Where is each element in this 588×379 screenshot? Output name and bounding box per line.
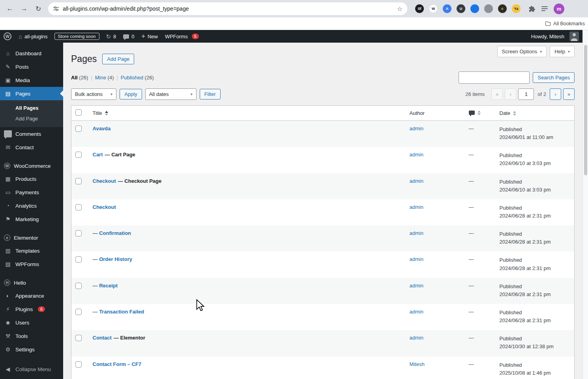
apply-button[interactable]: Apply [120, 89, 142, 99]
sidebar-item-plugins[interactable]: ⚡Plugins6 [0, 302, 63, 316]
search-input[interactable] [459, 71, 530, 84]
browser-extension-icon[interactable]: Sf [415, 4, 424, 13]
row-checkbox[interactable] [75, 256, 82, 263]
filter-mine[interactable]: Mine (4) [95, 75, 114, 81]
page-title-link[interactable]: Contact [93, 335, 112, 341]
row-checkbox[interactable] [75, 283, 82, 289]
sidebar-item-marketing[interactable]: ⚑Marketing [0, 212, 63, 226]
sidebar-item-woocommerce[interactable]: WWooCommerce [0, 159, 63, 172]
row-checkbox[interactable] [75, 335, 82, 341]
filter-button[interactable]: Filter [200, 89, 221, 99]
author-link[interactable]: admin [410, 283, 423, 289]
filter-published[interactable]: Published (26) [121, 75, 154, 81]
address-bar[interactable]: all-plugins.com/wp-admin/edit.php?post_t… [48, 2, 407, 15]
updates-button[interactable]: ↻ 8 [103, 30, 120, 43]
sidebar-item-payments[interactable]: ▭Payments [0, 186, 63, 199]
sidebar-item-comments[interactable]: Comments [0, 127, 63, 141]
row-checkbox[interactable] [75, 309, 82, 315]
author-link[interactable]: admin [410, 178, 423, 184]
bookmark-star-icon[interactable]: ☆ [397, 5, 403, 13]
side-panel-icon[interactable] [541, 6, 548, 12]
prev-page-button[interactable]: ‹ [505, 88, 516, 100]
sidebar-item-elementor[interactable]: eElementor [0, 231, 63, 244]
row-checkbox[interactable] [75, 126, 82, 132]
sidebar-item-templates[interactable]: ▥Templates [0, 244, 63, 257]
next-page-button[interactable]: › [550, 88, 561, 100]
wp-logo-button[interactable]: W [0, 30, 15, 43]
sidebar-item-posts[interactable]: ✎Posts [0, 60, 63, 73]
browser-extension-icon[interactable]: U [457, 4, 465, 13]
wpforms-menu-button[interactable]: WPForms 5 [161, 30, 202, 43]
admin-comments-button[interactable]: 0 [120, 30, 138, 43]
current-page-input[interactable] [518, 88, 534, 100]
page-title-link[interactable]: Avavda [93, 126, 111, 131]
date-filter-select[interactable]: All dates ▾ [145, 88, 197, 100]
site-settings-icon[interactable] [53, 6, 59, 12]
author-link[interactable]: admin [410, 152, 423, 158]
help-button[interactable]: Help ▾ [550, 46, 575, 57]
page-title-link[interactable]: Contact Form – CF7 [93, 361, 142, 367]
sidebar-item-dashboard[interactable]: ⌂Dashboard [0, 47, 63, 60]
page-title-link[interactable]: Confirmation [99, 230, 131, 236]
sidebar-item-pages[interactable]: ▤Pages [0, 87, 63, 100]
row-checkbox[interactable] [75, 230, 82, 236]
row-checkbox[interactable] [75, 178, 82, 184]
forward-button[interactable]: → [18, 3, 30, 15]
page-title-link[interactable]: Cart [93, 152, 103, 158]
sort-by-date[interactable]: Date [500, 110, 516, 116]
page-title-link[interactable]: Checkout [93, 178, 116, 184]
browser-extension-icon[interactable]: W [429, 4, 438, 13]
select-all-checkbox[interactable] [75, 109, 82, 116]
sidebar-item-hello[interactable]: HHello [0, 276, 63, 289]
author-link[interactable]: admin [410, 335, 423, 341]
browser-extension-icon[interactable] [470, 4, 479, 13]
author-link[interactable]: Mitesh [410, 361, 425, 367]
sidebar-subitem-add-page[interactable]: Add Page [0, 113, 63, 124]
author-link[interactable]: admin [410, 309, 423, 315]
browser-profile-avatar[interactable]: m [554, 4, 564, 14]
first-page-button[interactable]: « [491, 88, 503, 100]
row-checkbox[interactable] [75, 204, 82, 210]
sidebar-item-media[interactable]: ▣Media [0, 73, 63, 87]
page-title-link[interactable]: Transaction Failed [99, 309, 144, 315]
author-link[interactable]: admin [410, 230, 423, 236]
page-title-link[interactable]: Checkout [93, 204, 116, 210]
sidebar-item-analytics[interactable]: ◔Analytics [0, 199, 63, 212]
sidebar-item-tools[interactable]: ⚒Tools [0, 329, 63, 343]
page-title-link[interactable]: Order History [99, 256, 132, 262]
my-account-button[interactable]: Howdy, Mitesh [528, 30, 582, 43]
author-link[interactable]: admin [410, 126, 423, 131]
sidebar-item-users[interactable]: ☻Users [0, 316, 63, 329]
browser-extension-icon[interactable] [484, 4, 493, 13]
sort-by-title[interactable]: Title [93, 110, 108, 116]
sidebar-item-products[interactable]: ▦Products [0, 172, 63, 186]
back-button[interactable]: ← [4, 3, 16, 15]
add-page-button[interactable]: Add Page [102, 54, 134, 64]
collapse-menu-button[interactable]: ◀ Collapse Menu [0, 362, 63, 376]
scrollbar-thumb[interactable] [584, 45, 587, 175]
new-content-button[interactable]: + New [138, 30, 161, 43]
browser-extension-icon[interactable]: c [498, 4, 507, 13]
sidebar-item-wpforms[interactable]: ▧WPForms [0, 257, 63, 271]
search-pages-button[interactable]: Search Pages [533, 72, 575, 83]
last-page-button[interactable]: » [563, 88, 575, 100]
browser-scrollbar[interactable] [582, 30, 588, 379]
site-name-button[interactable]: ⌂ all-plugins [15, 30, 51, 43]
all-bookmarks-button[interactable]: All Bookmarks [553, 21, 585, 26]
author-link[interactable]: admin [410, 204, 423, 210]
extensions-puzzle-icon[interactable] [528, 5, 536, 12]
browser-extension-icon[interactable]: A [443, 4, 451, 13]
sort-by-comments[interactable] [469, 111, 481, 115]
bulk-actions-select[interactable]: Bulk actions ▾ [71, 88, 116, 100]
screen-options-button[interactable]: Screen Options ▾ [497, 46, 547, 57]
row-checkbox[interactable] [75, 361, 82, 368]
reload-button[interactable]: ↻ [32, 3, 44, 15]
filter-all[interactable]: All (26) [71, 75, 88, 81]
sidebar-subitem-all-pages[interactable]: All Pages [0, 103, 63, 113]
author-link[interactable]: admin [410, 256, 423, 262]
sidebar-item-settings[interactable]: ⚙Settings [0, 343, 63, 356]
sidebar-item-appearance[interactable]: ◐Appearance [0, 289, 63, 302]
browser-extension-icon[interactable]: Ya [512, 4, 521, 13]
sidebar-item-contact[interactable]: ✉Contact [0, 141, 63, 154]
page-title-link[interactable]: Receipt [99, 283, 118, 289]
